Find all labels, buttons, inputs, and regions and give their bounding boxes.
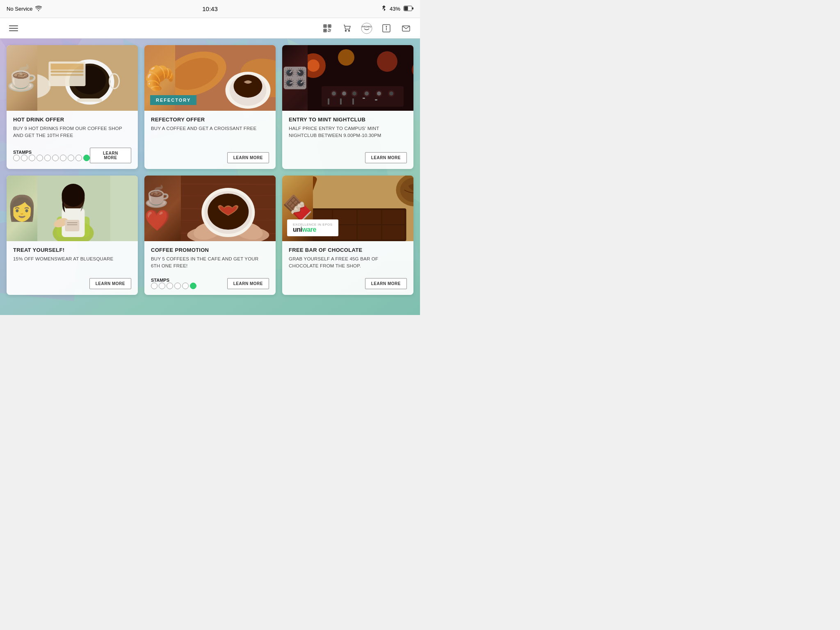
clock: 10:43: [202, 5, 218, 12]
card-treat-yourself-body: TREAT YOURSELF! 15% OFF WOMENSWEAR AT BL…: [7, 241, 138, 295]
coffee-stamp-4: [174, 283, 181, 289]
stamp-3: [29, 155, 35, 161]
card-refectory-footer: LEARN MORE: [151, 152, 269, 163]
svg-rect-84: [110, 176, 138, 241]
mail-icon[interactable]: [399, 21, 413, 36]
svg-rect-92: [65, 220, 80, 231]
svg-line-97: [181, 184, 276, 185]
svg-text:PROMO: PROMO: [362, 25, 372, 28]
svg-rect-81: [375, 99, 377, 100]
card-coffee-promo-footer: STAMPS LEARN MORE: [151, 274, 269, 289]
card-nightclub: ENTRY TO MINT NIGHTCLUB HALF PRICE ENTRY…: [282, 45, 413, 169]
svg-rect-80: [363, 98, 365, 99]
info-icon[interactable]: [379, 21, 394, 36]
svg-point-68: [342, 91, 346, 96]
svg-point-60: [308, 59, 320, 72]
card-treat-yourself-description: 15% OFF WOMENSWEAR AT BLUESQUARE: [13, 256, 131, 274]
svg-point-61: [338, 49, 354, 66]
status-left: No Service: [7, 6, 42, 12]
card-chocolate-footer: LEARN MORE: [289, 278, 407, 289]
svg-rect-79: [352, 98, 354, 105]
card-refectory-description: BUY A COFFEE AND GET A CROISSANT FREE: [151, 125, 269, 147]
card-hot-drink-title: HOT DRINK OFFER: [13, 116, 131, 123]
stamp-9: [75, 155, 82, 161]
stamps-section-coffee: STAMPS: [151, 278, 196, 289]
bluetooth-icon: [381, 5, 386, 13]
card-treat-yourself: TREAT YOURSELF! 15% OFF WOMENSWEAR AT BL…: [7, 176, 138, 295]
card-coffee-promo-description: BUY 5 COFFEES IN THE CAFE AND GET YOUR 6…: [151, 256, 269, 270]
card-chocolate-description: GRAB YOURSELF A FREE 45G BAR OF CHOCOLAT…: [289, 256, 407, 274]
stamp-8: [68, 155, 74, 161]
svg-point-62: [377, 51, 397, 72]
main-content: HOT DRINK OFFER BUY 9 HOT DRINKS FROM OU…: [0, 39, 420, 315]
card-refectory-title: REFECTORY OFFER: [151, 116, 269, 123]
coffee-stamp-1: [151, 283, 158, 289]
qr-code-icon[interactable]: [320, 21, 335, 36]
learn-more-hot-drink[interactable]: LEARN MORE: [90, 148, 131, 163]
svg-point-76: [389, 91, 393, 96]
stamp-6: [52, 155, 59, 161]
card-nightclub-image: [282, 45, 413, 111]
svg-point-10: [349, 30, 350, 31]
nav-icons: PROMO: [320, 21, 413, 36]
stamp-7: [60, 155, 66, 161]
cards-grid: HOT DRINK OFFER BUY 9 HOT DRINKS FROM OU…: [0, 39, 420, 301]
card-nightclub-title: ENTRY TO MINT NIGHTCLUB: [289, 116, 407, 123]
signal-text: No Service: [7, 6, 33, 12]
card-chocolate: EXCELLENCE IN EPOS uniware FREE BAR OF C…: [282, 176, 413, 295]
card-hot-drink-description: BUY 9 HOT DRINKS FROM OUR COFFEE SHOP AN…: [13, 125, 131, 139]
svg-point-66: [332, 91, 336, 96]
card-hot-drink: HOT DRINK OFFER BUY 9 HOT DRINKS FROM OU…: [7, 45, 138, 169]
svg-point-90: [62, 184, 85, 207]
stamps-label: STAMPS: [13, 150, 90, 155]
card-coffee-promo-image: [144, 176, 276, 241]
stamp-1: [13, 155, 20, 161]
svg-rect-77: [328, 98, 329, 105]
status-right: 43%: [381, 5, 413, 13]
stamp-4: [37, 155, 43, 161]
card-refectory: REFECTORY REFECTORY OFFER BUY A COFFEE A…: [144, 45, 276, 169]
svg-rect-6: [324, 25, 326, 27]
learn-more-treat-yourself[interactable]: LEARN MORE: [89, 278, 131, 289]
svg-point-15: [386, 26, 387, 27]
card-chocolate-body: FREE BAR OF CHOCOLATE GRAB YOURSELF A FR…: [282, 241, 413, 295]
card-treat-yourself-image: [7, 176, 138, 241]
card-coffee-promo-title: COFFEE PROMOTION: [151, 247, 269, 253]
svg-rect-48: [51, 74, 84, 76]
battery-percent: 43%: [390, 6, 400, 12]
cart-icon[interactable]: [340, 21, 354, 36]
coffee-stamp-6: [190, 283, 196, 289]
svg-point-11: [361, 23, 372, 34]
svg-rect-7: [329, 25, 330, 27]
card-hot-drink-body: HOT DRINK OFFER BUY 9 HOT DRINKS FROM OU…: [7, 111, 138, 169]
stamps-dots: [13, 155, 90, 161]
learn-more-chocolate[interactable]: LEARN MORE: [365, 278, 407, 289]
card-hot-drink-image: [7, 45, 138, 111]
coffee-stamp-2: [159, 283, 165, 289]
nav-bar: PROMO: [0, 18, 420, 39]
status-bar: No Service 10:43 43%: [0, 0, 420, 18]
promo-icon[interactable]: PROMO: [359, 21, 374, 36]
coffee-stamp-3: [167, 283, 173, 289]
learn-more-coffee-promo[interactable]: LEARN MORE: [227, 278, 269, 289]
card-chocolate-title: FREE BAR OF CHOCOLATE: [289, 247, 407, 253]
card-nightclub-description: HALF PRICE ENTRY TO CAMPUS' MINT NIGHTCL…: [289, 125, 407, 147]
battery-icon: [404, 6, 413, 12]
card-hot-drink-footer: STAMPS: [13, 144, 131, 163]
card-treat-yourself-footer: LEARN MORE: [13, 278, 131, 289]
svg-rect-47: [51, 71, 84, 73]
wifi-icon: [35, 6, 42, 12]
card-coffee-promo: COFFEE PROMOTION BUY 5 COFFEES IN THE CA…: [144, 176, 276, 295]
card-treat-yourself-title: TREAT YOURSELF!: [13, 247, 131, 253]
hamburger-menu[interactable]: [7, 23, 21, 34]
coffee-stamp-5: [182, 283, 189, 289]
svg-rect-1: [404, 6, 408, 10]
card-coffee-promo-body: COFFEE PROMOTION BUY 5 COFFEES IN THE CA…: [144, 241, 276, 295]
learn-more-refectory[interactable]: LEARN MORE: [227, 152, 269, 163]
svg-point-70: [352, 91, 356, 96]
card-chocolate-image: EXCELLENCE IN EPOS uniware: [282, 176, 413, 241]
svg-rect-2: [412, 7, 413, 9]
svg-point-74: [377, 91, 381, 96]
learn-more-nightclub[interactable]: LEARN MORE: [365, 152, 407, 163]
refectory-logo: REFECTORY: [150, 95, 196, 105]
